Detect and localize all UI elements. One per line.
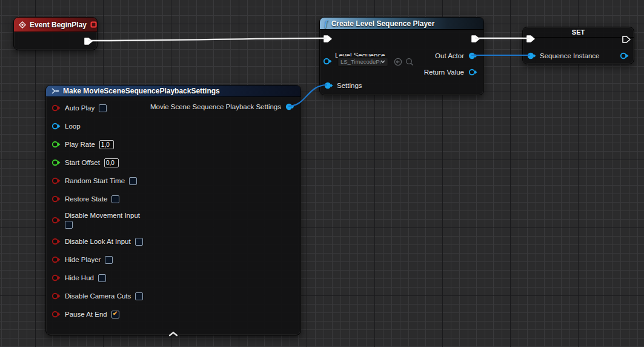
row-pause-at-end: Pause At End [51, 305, 300, 323]
make-playback-settings-node[interactable]: Make MovieSceneSequencePlaybackSettings … [45, 85, 301, 335]
make-node-header[interactable]: Make MovieSceneSequencePlaybackSettings [46, 86, 300, 97]
row-play-rate: Play Rate [51, 135, 300, 153]
pin-pause-at-end[interactable] [51, 310, 61, 318]
checkbox-auto-play[interactable] [99, 104, 107, 112]
settings-pin[interactable] [324, 81, 333, 90]
exec-in-pin[interactable] [323, 35, 333, 43]
play-rate-input[interactable] [99, 140, 114, 149]
row-disable-look-at-input: Disable Look At Input [51, 232, 300, 251]
level-sequence-dropdown-value: LS_TimecodePr [340, 58, 380, 65]
return-value-row: Return Value [424, 68, 477, 76]
pin-disable-movement-input[interactable] [51, 216, 61, 224]
event-beginplay-node[interactable]: Event BeginPlay [13, 17, 98, 50]
sequence-instance-pin[interactable] [526, 52, 536, 60]
browse-asset-icon[interactable] [405, 58, 414, 66]
checkbox-hide-player[interactable] [105, 256, 113, 264]
checkbox-random-start-time[interactable] [129, 177, 137, 185]
set-output-pin[interactable] [619, 52, 629, 60]
create-level-sequence-player-node[interactable]: f Create Level Sequence Player Level Seq… [319, 17, 484, 95]
label-random-start-time: Random Start Time [65, 177, 125, 184]
checkbox-hide-hud[interactable] [98, 274, 106, 282]
label-play-rate: Play Rate [65, 141, 95, 148]
wire-exec-beginplay-to-create[interactable] [88, 38, 327, 41]
label-restore-state: Restore State [65, 195, 107, 203]
exec-out-pin[interactable] [84, 37, 93, 45]
make-node-title: Make MovieSceneSequencePlaybackSettings [63, 87, 220, 95]
checkbox-pause-at-end[interactable] [111, 311, 119, 318]
row-disable-camera-cuts: Disable Camera Cuts [51, 287, 300, 305]
row-auto-play: Auto Play [51, 99, 300, 117]
label-loop: Loop [65, 123, 81, 130]
checkbox-disable-camera-cuts[interactable] [135, 292, 143, 300]
pin-loop[interactable] [51, 122, 61, 130]
pin-restore-state[interactable] [51, 195, 61, 203]
pin-start-offset[interactable] [51, 158, 61, 167]
row-hide-player: Hide Player [51, 251, 300, 269]
checkbox-disable-movement-input[interactable] [65, 221, 73, 229]
return-value-pin[interactable] [468, 68, 477, 76]
checkbox-disable-look-at-input[interactable] [135, 238, 143, 246]
set-node-title: SET [572, 29, 585, 36]
make-struct-icon [51, 87, 59, 95]
event-beginplay-title: Event BeginPlay [30, 21, 87, 29]
pin-random-start-time[interactable] [51, 177, 61, 185]
label-hide-player: Hide Player [65, 256, 101, 263]
set-node-header[interactable]: SET [523, 27, 634, 38]
use-selected-asset-icon[interactable] [394, 58, 402, 66]
return-value-label: Return Value [424, 69, 464, 76]
checkbox-restore-state[interactable] [111, 195, 119, 203]
event-beginplay-header[interactable]: Event BeginPlay [14, 18, 97, 32]
level-sequence-pin[interactable] [322, 57, 332, 66]
pin-disable-look-at-input[interactable] [51, 237, 61, 246]
start-offset-input[interactable] [104, 158, 119, 167]
pin-play-rate[interactable] [51, 140, 61, 149]
pin-auto-play[interactable] [51, 104, 61, 112]
label-disable-look-at-input: Disable Look At Input [65, 238, 131, 245]
out-actor-row: Out Actor [435, 52, 477, 60]
level-sequence-dropdown[interactable]: LS_TimecodePr [337, 56, 388, 67]
settings-label: Settings [337, 82, 362, 89]
exec-out-pin[interactable] [622, 35, 631, 44]
sequence-instance-row: Sequence Instance [526, 52, 599, 60]
row-loop: Loop [51, 117, 300, 135]
create-node-title: Create Level Sequence Player [331, 19, 435, 28]
out-actor-pin[interactable] [468, 52, 477, 60]
create-node-header[interactable]: f Create Level Sequence Player [320, 18, 483, 30]
out-actor-label: Out Actor [435, 52, 464, 59]
chevron-down-icon [380, 60, 385, 63]
label-disable-movement-input: Disable Movement Input [65, 212, 140, 219]
pin-disable-camera-cuts[interactable] [51, 292, 61, 300]
function-icon: f [325, 19, 328, 28]
pin-hide-hud[interactable] [51, 274, 61, 282]
row-disable-movement-input: Disable Movement Input [51, 208, 300, 232]
label-start-offset: Start Offset [65, 159, 100, 166]
row-hide-hud: Hide Hud [51, 269, 300, 287]
make-node-input-rows: Auto Play Loop Play Rate Start Offset Ra… [46, 97, 300, 323]
row-restore-state: Restore State [51, 190, 300, 208]
row-start-offset: Start Offset [51, 153, 300, 172]
sequence-instance-label: Sequence Instance [540, 52, 599, 59]
label-hide-hud: Hide Hud [65, 274, 94, 281]
set-sequence-instance-node[interactable]: SET Sequence Instance [522, 27, 634, 64]
row-random-start-time: Random Start Time [51, 172, 300, 190]
collapse-node-button[interactable] [168, 328, 178, 334]
label-pause-at-end: Pause At End [65, 311, 107, 318]
exec-in-pin[interactable] [526, 35, 536, 43]
delegate-pin[interactable] [90, 21, 97, 28]
blueprint-graph: { "colors": { "exec_pin": "#ffffff", "ob… [0, 0, 644, 347]
label-auto-play: Auto Play [65, 104, 95, 112]
exec-out-pin[interactable] [471, 35, 480, 43]
event-icon [19, 21, 26, 29]
pin-hide-player[interactable] [51, 255, 61, 264]
label-disable-camera-cuts: Disable Camera Cuts [65, 292, 131, 300]
settings-row: Settings [324, 81, 362, 90]
